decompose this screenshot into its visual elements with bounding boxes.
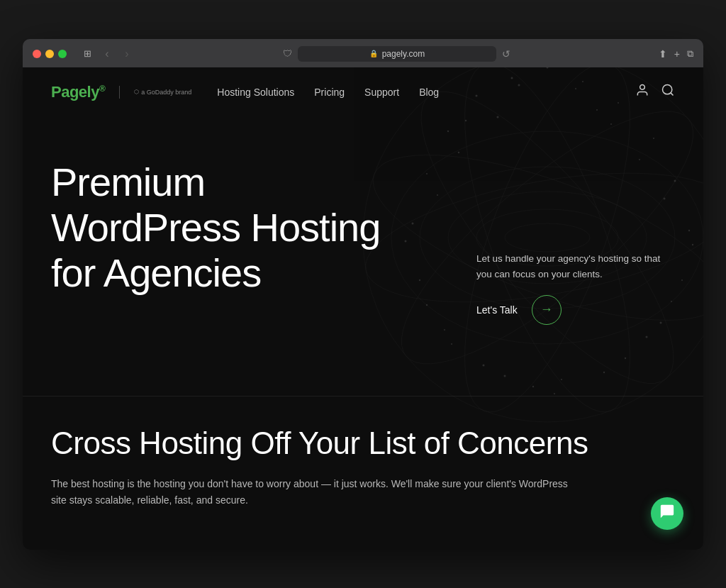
search-icon[interactable] (661, 83, 675, 101)
logo-divider (119, 86, 120, 99)
nav-links: Hosting Solutions Pricing Support Blog (217, 87, 439, 98)
cta-arrow-button[interactable]: → (532, 295, 562, 325)
shield-icon: 🛡 (283, 48, 292, 59)
site-content: Pagely® ⬡ a GoDaddy brand Hosting Soluti… (23, 67, 703, 550)
nav-link-blog[interactable]: Blog (419, 87, 439, 98)
nav-link-hosting-solutions[interactable]: Hosting Solutions (217, 87, 294, 98)
hero-cta-label: Let's Talk (476, 304, 518, 316)
arrow-right-icon: → (540, 302, 553, 317)
back-button[interactable]: ‹ (99, 46, 115, 62)
godaddy-label: a GoDaddy brand (141, 89, 191, 96)
hero-subtitle: Let us handle your agency's hosting so t… (476, 251, 661, 282)
fullscreen-button[interactable] (58, 50, 67, 58)
hero-title: Premium WordPress Hosting for Agencies (51, 160, 420, 296)
godaddy-icon: ⬡ (134, 89, 139, 95)
nav-right (635, 83, 675, 101)
browser-chrome: ⊞ ‹ › 🛡 🔒 pagely.com ↺ ⬆ + ⧉ (23, 39, 703, 67)
hero-section: Premium WordPress Hosting for Agencies L… (23, 117, 703, 396)
section-two: Cross Hosting Off Your List of Concerns … (23, 396, 703, 530)
browser-actions: ⬆ + ⧉ (659, 48, 693, 60)
logo-text: Pagely (51, 83, 99, 101)
nav-link-support[interactable]: Support (364, 87, 399, 98)
chat-icon (659, 504, 675, 523)
new-tab-icon[interactable]: + (674, 48, 680, 60)
svg-point-0 (640, 85, 645, 90)
logo-wordmark: Pagely® (51, 83, 105, 101)
hero-title-line2: WordPress Hosting (51, 205, 380, 250)
chat-bubble-button[interactable] (651, 497, 683, 530)
forward-button[interactable]: › (119, 46, 135, 62)
godaddy-badge: ⬡ a GoDaddy brand (134, 89, 191, 96)
url-text: pagely.com (382, 49, 425, 59)
browser-window: ⊞ ‹ › 🛡 🔒 pagely.com ↺ ⬆ + ⧉ Pagely® (23, 39, 703, 550)
hero-title-line1: Premium (51, 160, 205, 204)
main-nav: Pagely® ⬡ a GoDaddy brand Hosting Soluti… (23, 67, 703, 117)
close-button[interactable] (33, 50, 41, 58)
tab-overview-icon[interactable]: ⧉ (687, 48, 693, 60)
minimize-button[interactable] (45, 50, 54, 58)
browser-controls: ⊞ ‹ › (79, 46, 135, 62)
hero-title-line3: for Agencies (51, 250, 261, 295)
refresh-icon[interactable]: ↺ (502, 48, 510, 60)
address-bar[interactable]: 🔒 pagely.com (298, 46, 496, 62)
sidebar-toggle-button[interactable]: ⊞ (79, 46, 95, 62)
section-two-title: Cross Hosting Off Your List of Concerns (51, 425, 675, 462)
svg-point-1 (663, 85, 672, 94)
section-two-description: The best hosting is the hosting you don'… (51, 476, 576, 508)
share-icon[interactable]: ⬆ (659, 48, 667, 60)
hero-cta-row: Let's Talk → (476, 295, 661, 325)
nav-link-pricing[interactable]: Pricing (314, 87, 345, 98)
address-bar-container: 🛡 🔒 pagely.com ↺ (142, 46, 652, 62)
nav-logo: Pagely® ⬡ a GoDaddy brand (51, 83, 191, 101)
hero-cta-area: Let us handle your agency's hosting so t… (476, 251, 661, 324)
user-icon[interactable] (635, 83, 649, 101)
lock-icon: 🔒 (369, 50, 378, 57)
logo-accent: ® (99, 83, 105, 93)
traffic-lights (33, 50, 67, 58)
